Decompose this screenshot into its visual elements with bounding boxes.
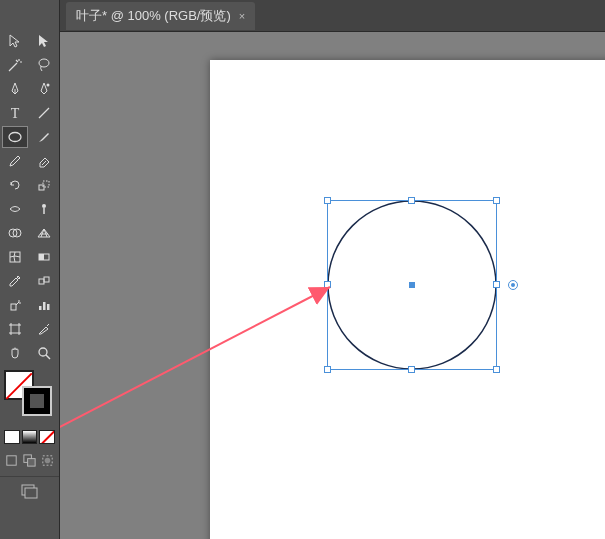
color-mode-gradient[interactable] <box>22 430 38 444</box>
selection-bounding-box <box>327 200 497 370</box>
tab-bar: 叶子* @ 100% (RGB/预览) × <box>60 0 605 32</box>
resize-handle-tl[interactable] <box>324 197 331 204</box>
svg-line-21 <box>46 355 50 359</box>
svg-rect-24 <box>28 458 36 466</box>
blend-tool[interactable] <box>31 270 57 292</box>
line-segment-tool[interactable] <box>31 102 57 124</box>
artboard[interactable] <box>210 60 605 539</box>
selection-tool[interactable] <box>2 30 28 52</box>
rotate-tool[interactable] <box>2 174 28 196</box>
screen-mode[interactable] <box>0 476 59 505</box>
color-mode-none[interactable] <box>39 430 55 444</box>
shape-builder-tool[interactable] <box>2 222 28 244</box>
document-tab[interactable]: 叶子* @ 100% (RGB/预览) × <box>66 2 255 30</box>
resize-handle-tm[interactable] <box>408 197 415 204</box>
svg-point-26 <box>45 457 51 463</box>
svg-rect-17 <box>43 302 46 310</box>
color-mode-swatches <box>0 426 59 448</box>
type-tool[interactable]: T <box>2 102 28 124</box>
svg-rect-15 <box>11 304 16 310</box>
svg-rect-19 <box>11 325 19 333</box>
eraser-tool[interactable] <box>31 150 57 172</box>
svg-rect-18 <box>47 304 50 310</box>
toolbox: T <box>0 0 60 539</box>
ellipse-tool[interactable] <box>2 126 28 148</box>
pie-widget-handle[interactable] <box>508 280 518 290</box>
gradient-tool[interactable] <box>31 246 57 268</box>
resize-handle-bl[interactable] <box>324 366 331 373</box>
symbol-sprayer-tool[interactable] <box>2 294 28 316</box>
pen-tool[interactable] <box>2 78 28 100</box>
svg-point-4 <box>9 133 21 142</box>
svg-rect-22 <box>7 455 16 464</box>
magic-wand-tool[interactable] <box>2 54 28 76</box>
pencil-tool[interactable] <box>2 150 28 172</box>
resize-handle-bm[interactable] <box>408 366 415 373</box>
eyedropper-tool[interactable] <box>2 270 28 292</box>
resize-handle-br[interactable] <box>493 366 500 373</box>
curvature-tool[interactable] <box>31 78 57 100</box>
column-graph-tool[interactable] <box>31 294 57 316</box>
svg-point-1 <box>46 84 49 87</box>
resize-handle-tr[interactable] <box>493 197 500 204</box>
hand-tool[interactable] <box>2 342 28 364</box>
draw-mode-inside[interactable] <box>40 452 55 468</box>
scale-tool[interactable] <box>31 174 57 196</box>
draw-mode-behind[interactable] <box>22 452 37 468</box>
zoom-tool[interactable] <box>31 342 57 364</box>
stroke-color-swatch[interactable] <box>22 386 52 416</box>
svg-point-20 <box>39 348 47 356</box>
width-tool[interactable] <box>2 198 28 220</box>
svg-text:T: T <box>11 106 20 121</box>
svg-rect-28 <box>25 488 37 498</box>
resize-handle-mr[interactable] <box>493 281 500 288</box>
svg-rect-16 <box>39 306 42 310</box>
center-point[interactable] <box>409 282 415 288</box>
color-mode-solid[interactable] <box>4 430 20 444</box>
svg-line-3 <box>39 108 49 118</box>
color-swatches <box>0 366 59 426</box>
svg-point-0 <box>39 59 49 67</box>
direct-selection-tool[interactable] <box>31 30 57 52</box>
artboard-tool[interactable] <box>2 318 28 340</box>
svg-point-7 <box>42 204 46 208</box>
resize-handle-ml[interactable] <box>324 281 331 288</box>
free-transform-tool[interactable] <box>31 198 57 220</box>
lasso-tool[interactable] <box>31 54 57 76</box>
canvas-area[interactable] <box>60 32 605 539</box>
mesh-tool[interactable] <box>2 246 28 268</box>
svg-rect-14 <box>44 277 49 282</box>
svg-rect-12 <box>39 254 44 260</box>
slice-tool[interactable] <box>31 318 57 340</box>
paintbrush-tool[interactable] <box>31 126 57 148</box>
svg-rect-13 <box>39 279 44 284</box>
perspective-grid-tool[interactable] <box>31 222 57 244</box>
draw-mode-normal[interactable] <box>4 452 19 468</box>
close-icon[interactable]: × <box>239 10 245 22</box>
tab-title: 叶子* @ 100% (RGB/预览) <box>76 7 231 25</box>
